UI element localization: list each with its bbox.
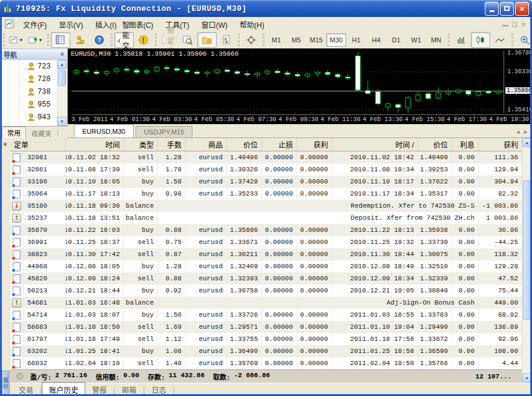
column-header-10[interactable]: 价位 xyxy=(418,138,452,151)
history-row[interactable]: 331962010.11.10 18:05buy1.58eurusd1.3742… xyxy=(10,176,522,188)
timeframe-w1[interactable]: W1 xyxy=(406,33,426,47)
history-row[interactable]: 320812010.11.02 18:32sell1.28eurusd1.404… xyxy=(10,151,522,163)
chart-panel[interactable]: EURUSD,M30 1.35818 1.35901 1.35806 1.358… xyxy=(68,48,532,124)
templates-button[interactable] xyxy=(197,32,217,48)
menu-item[interactable]: 插入(I) xyxy=(89,18,122,31)
chart-zoom-window-button[interactable] xyxy=(178,32,197,48)
terminal-tab-4[interactable]: 邮箱 xyxy=(115,383,143,396)
mdi-minimize-icon[interactable]: ▬ xyxy=(502,21,508,28)
expert-advisors-button[interactable]: 智能交易 xyxy=(114,32,134,48)
menu-item[interactable]: 工具(T) xyxy=(159,18,195,31)
history-row[interactable]: 458202010.12.09 18:24sell0.88eurusd1.323… xyxy=(10,272,522,285)
new-chart-button[interactable]: ▼ xyxy=(26,32,45,48)
toolbar-grip[interactable] xyxy=(3,34,5,46)
chart-plot-area[interactable] xyxy=(71,51,504,113)
chart-windows-button[interactable]: ▼ xyxy=(7,32,26,48)
column-header-2[interactable]: 时间 xyxy=(66,138,124,151)
toolbar-grip[interactable] xyxy=(263,34,264,46)
column-header-11[interactable]: 利息 xyxy=(452,138,479,151)
minimize-button[interactable] xyxy=(485,2,499,16)
history-row[interactable]: ↑546812011.01.03 16:48balanceAdj-Sign-On… xyxy=(10,297,522,309)
mdi-close-icon[interactable]: ✕ xyxy=(521,21,526,28)
history-row[interactable]: 632022011.01.25 18:41buy1.08eurusd1.3649… xyxy=(10,345,522,357)
timeframe-m15[interactable]: M15 xyxy=(306,33,326,47)
profiles-button[interactable] xyxy=(70,32,90,48)
toolbar-grip[interactable] xyxy=(448,34,450,46)
history-row[interactable]: 350642010.11.17 18:13buy0.98eurusd1.3523… xyxy=(10,188,522,200)
terminal-tab-2[interactable]: 账户历史 xyxy=(42,382,85,396)
tab-scroll-left-icon[interactable]: ◄ xyxy=(515,129,521,135)
column-header-1[interactable]: 定单 xyxy=(10,138,66,151)
menu-item[interactable]: 文件(F) xyxy=(17,18,53,31)
toolbar-grip[interactable] xyxy=(111,34,113,46)
column-header-7[interactable]: 止损 xyxy=(262,138,297,151)
history-row[interactable]: 369912010.11.25 18:37sell0.75eurusd1.336… xyxy=(10,236,522,248)
terminal-scrollbar[interactable]: ▲ ▼ xyxy=(522,138,532,383)
column-header-12[interactable]: 获利 xyxy=(479,138,522,151)
mdi-restore-icon[interactable]: ❏ xyxy=(512,21,517,28)
toolbar-grip[interactable] xyxy=(47,34,49,46)
history-row[interactable]: 547142011.01.03 18:07buy1.56eurusd1.3372… xyxy=(10,309,522,321)
menu-item[interactable]: 帮助(H) xyxy=(234,18,271,31)
navigator-scrollbar[interactable]: ▲ ▼ xyxy=(57,60,67,126)
chart-tab-eurusd[interactable]: EURUSD,M30 xyxy=(74,124,134,137)
toolbar-grip[interactable] xyxy=(238,34,240,46)
history-row[interactable]: 502132010.12.21 18:44buy0.92eurusd1.3075… xyxy=(10,285,522,297)
docked-quotes-edge-tab[interactable]: 报价 xyxy=(2,371,10,396)
history-row[interactable]: 449602010.12.08 18:05buy1.28eurusd1.3240… xyxy=(10,260,522,272)
tab-scroll-right-icon[interactable]: ► xyxy=(523,129,528,135)
column-header-4[interactable]: 手数 xyxy=(158,138,186,151)
market-watch-button[interactable] xyxy=(51,32,70,48)
navigator-tab-favorites[interactable]: 收藏夹 xyxy=(27,128,56,138)
history-row[interactable]: 358702010.11.22 18:03buy0.88eurusd1.3589… xyxy=(10,224,522,236)
history-row[interactable]: 617972011.01.18 17:49sell1.12eurusd1.337… xyxy=(10,333,522,345)
history-row[interactable]: 586832011.01.10 18:50sell1.69eurusd1.295… xyxy=(10,321,522,333)
terminal-close-icon[interactable]: × xyxy=(1,140,9,148)
close-button[interactable]: × xyxy=(515,2,529,16)
navigator-close-icon[interactable]: × xyxy=(61,51,64,58)
history-row[interactable]: 326612010.11.08 17:39sell1.78eurusd1.393… xyxy=(10,163,522,176)
chart-document-icon[interactable] xyxy=(5,19,15,29)
scrollbar-thumb[interactable] xyxy=(523,180,531,320)
timeframe-h4[interactable]: H4 xyxy=(366,33,386,47)
column-header-8[interactable]: 获利 xyxy=(297,138,332,151)
timeframe-mn[interactable]: MN xyxy=(426,33,446,47)
timeframe-h1[interactable]: H1 xyxy=(346,33,366,47)
title-bar[interactable]: 710925: Fx Liquidity Connection - [EURUS… xyxy=(0,0,532,17)
toolbar-grip[interactable] xyxy=(511,34,513,46)
history-table-header[interactable]: 定单时间类型手数商品价位止损获利时间 /价位利息获利 xyxy=(10,138,522,151)
navigator-tab-common[interactable]: 常用 xyxy=(2,127,26,138)
column-header-3[interactable]: 类型 xyxy=(124,138,158,151)
history-row[interactable]: 660322011.02.04 18:10sell1.48eurusd1.357… xyxy=(10,357,522,369)
bar-chart-button[interactable] xyxy=(452,32,471,48)
navigator-header[interactable]: 导航 × xyxy=(0,48,68,60)
toolbar-grip[interactable] xyxy=(155,34,157,46)
terminal-tab-1[interactable]: 交易 xyxy=(12,383,40,396)
timeframe-m5[interactable]: M5 xyxy=(286,33,306,47)
history-row[interactable]: 388232010.11.30 17:42sell0.87eurusd1.302… xyxy=(10,248,522,260)
chart-tab-usdjpy[interactable]: USDJPY,M15 xyxy=(136,126,192,137)
column-header-5[interactable]: 商品 xyxy=(186,138,227,151)
scroll-down-icon[interactable]: ▼ xyxy=(522,374,531,383)
scroll-up-icon[interactable]: ▲ xyxy=(57,60,67,69)
terminal-tab-5[interactable]: 日志 xyxy=(145,383,172,396)
zoom-in-button[interactable] xyxy=(515,32,532,48)
terminal-tab-3[interactable]: 警报 xyxy=(85,383,113,396)
scroll-down-icon[interactable]: ▼ xyxy=(57,117,67,126)
history-row[interactable]: ↓351802010.11.18 09:30balanceRedemption.… xyxy=(10,200,522,212)
history-row[interactable]: ↑352372010.11.18 13:51balanceDeposit. Xf… xyxy=(10,212,522,224)
line-chart-button[interactable] xyxy=(490,32,510,48)
candlestick-chart-button[interactable] xyxy=(471,32,490,48)
menu-item[interactable]: 窗口(W) xyxy=(195,18,234,31)
crosshair-button[interactable] xyxy=(241,32,261,48)
menu-item[interactable]: 显示(V) xyxy=(53,18,89,31)
indicators-button[interactable] xyxy=(217,32,236,48)
column-header-6[interactable]: 价位 xyxy=(227,138,262,151)
maximize-button[interactable] xyxy=(500,2,514,16)
warning-button[interactable] xyxy=(134,32,153,48)
navigator-button[interactable]: ? xyxy=(90,32,109,48)
timeframe-d1[interactable]: D1 xyxy=(386,33,406,47)
scrollbar-thumb[interactable] xyxy=(58,70,66,86)
scroll-up-icon[interactable]: ▲ xyxy=(522,138,531,147)
column-header-9[interactable]: 时间 / xyxy=(332,138,418,151)
